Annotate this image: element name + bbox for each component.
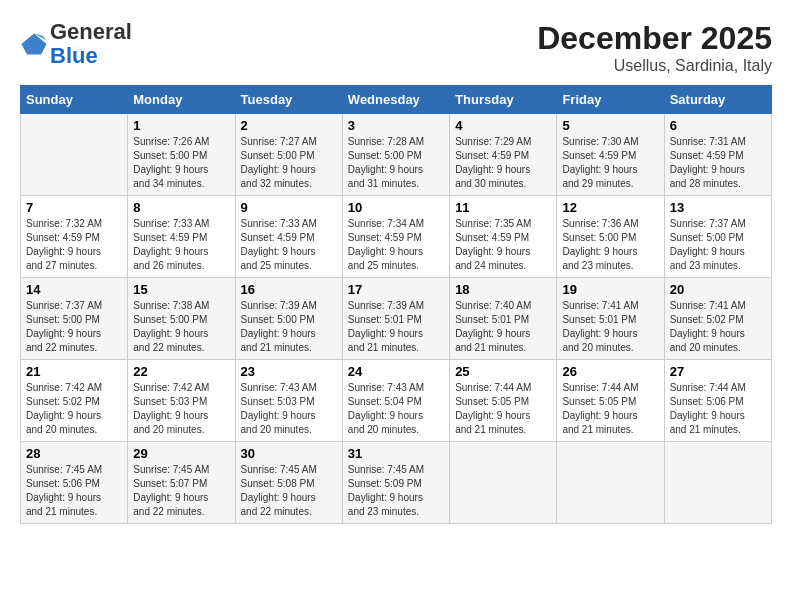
day-of-week-header: Monday — [128, 86, 235, 114]
day-number: 19 — [562, 282, 658, 297]
calendar-cell: 9Sunrise: 7:33 AMSunset: 4:59 PMDaylight… — [235, 196, 342, 278]
calendar-cell: 19Sunrise: 7:41 AMSunset: 5:01 PMDayligh… — [557, 278, 664, 360]
calendar-cell — [664, 442, 771, 524]
day-info: Sunrise: 7:42 AMSunset: 5:02 PMDaylight:… — [26, 381, 122, 437]
day-info: Sunrise: 7:45 AMSunset: 5:09 PMDaylight:… — [348, 463, 444, 519]
calendar-cell: 12Sunrise: 7:36 AMSunset: 5:00 PMDayligh… — [557, 196, 664, 278]
day-number: 14 — [26, 282, 122, 297]
day-number: 26 — [562, 364, 658, 379]
calendar-cell — [557, 442, 664, 524]
calendar-cell: 14Sunrise: 7:37 AMSunset: 5:00 PMDayligh… — [21, 278, 128, 360]
calendar-cell: 26Sunrise: 7:44 AMSunset: 5:05 PMDayligh… — [557, 360, 664, 442]
month-title: December 2025 — [537, 20, 772, 57]
calendar-cell: 7Sunrise: 7:32 AMSunset: 4:59 PMDaylight… — [21, 196, 128, 278]
day-info: Sunrise: 7:39 AMSunset: 5:00 PMDaylight:… — [241, 299, 337, 355]
calendar-cell: 10Sunrise: 7:34 AMSunset: 4:59 PMDayligh… — [342, 196, 449, 278]
day-info: Sunrise: 7:39 AMSunset: 5:01 PMDaylight:… — [348, 299, 444, 355]
location-title: Usellus, Sardinia, Italy — [537, 57, 772, 75]
day-number: 31 — [348, 446, 444, 461]
day-number: 13 — [670, 200, 766, 215]
calendar-cell: 8Sunrise: 7:33 AMSunset: 4:59 PMDaylight… — [128, 196, 235, 278]
day-info: Sunrise: 7:33 AMSunset: 4:59 PMDaylight:… — [241, 217, 337, 273]
calendar-week-row: 14Sunrise: 7:37 AMSunset: 5:00 PMDayligh… — [21, 278, 772, 360]
day-number: 3 — [348, 118, 444, 133]
day-info: Sunrise: 7:40 AMSunset: 5:01 PMDaylight:… — [455, 299, 551, 355]
calendar-cell: 27Sunrise: 7:44 AMSunset: 5:06 PMDayligh… — [664, 360, 771, 442]
day-number: 12 — [562, 200, 658, 215]
day-number: 15 — [133, 282, 229, 297]
day-of-week-header: Saturday — [664, 86, 771, 114]
day-number: 23 — [241, 364, 337, 379]
day-info: Sunrise: 7:35 AMSunset: 4:59 PMDaylight:… — [455, 217, 551, 273]
day-info: Sunrise: 7:41 AMSunset: 5:01 PMDaylight:… — [562, 299, 658, 355]
day-info: Sunrise: 7:45 AMSunset: 5:07 PMDaylight:… — [133, 463, 229, 519]
logo: General Blue — [20, 20, 132, 68]
day-info: Sunrise: 7:26 AMSunset: 5:00 PMDaylight:… — [133, 135, 229, 191]
day-number: 5 — [562, 118, 658, 133]
calendar-cell: 18Sunrise: 7:40 AMSunset: 5:01 PMDayligh… — [450, 278, 557, 360]
calendar-cell — [450, 442, 557, 524]
calendar-cell: 31Sunrise: 7:45 AMSunset: 5:09 PMDayligh… — [342, 442, 449, 524]
day-number: 21 — [26, 364, 122, 379]
calendar-cell: 24Sunrise: 7:43 AMSunset: 5:04 PMDayligh… — [342, 360, 449, 442]
day-number: 18 — [455, 282, 551, 297]
day-number: 25 — [455, 364, 551, 379]
day-info: Sunrise: 7:43 AMSunset: 5:03 PMDaylight:… — [241, 381, 337, 437]
calendar-cell: 23Sunrise: 7:43 AMSunset: 5:03 PMDayligh… — [235, 360, 342, 442]
title-block: December 2025 Usellus, Sardinia, Italy — [537, 20, 772, 75]
day-of-week-header: Friday — [557, 86, 664, 114]
day-number: 17 — [348, 282, 444, 297]
calendar-cell: 6Sunrise: 7:31 AMSunset: 4:59 PMDaylight… — [664, 114, 771, 196]
calendar-week-row: 21Sunrise: 7:42 AMSunset: 5:02 PMDayligh… — [21, 360, 772, 442]
calendar-week-row: 7Sunrise: 7:32 AMSunset: 4:59 PMDaylight… — [21, 196, 772, 278]
day-number: 29 — [133, 446, 229, 461]
day-info: Sunrise: 7:44 AMSunset: 5:06 PMDaylight:… — [670, 381, 766, 437]
logo-icon — [20, 30, 48, 58]
day-info: Sunrise: 7:28 AMSunset: 5:00 PMDaylight:… — [348, 135, 444, 191]
calendar-cell: 30Sunrise: 7:45 AMSunset: 5:08 PMDayligh… — [235, 442, 342, 524]
calendar-cell: 16Sunrise: 7:39 AMSunset: 5:00 PMDayligh… — [235, 278, 342, 360]
header: General Blue December 2025 Usellus, Sard… — [20, 20, 772, 75]
day-number: 10 — [348, 200, 444, 215]
logo-general-text: General — [50, 19, 132, 44]
calendar-body: 1Sunrise: 7:26 AMSunset: 5:00 PMDaylight… — [21, 114, 772, 524]
day-info: Sunrise: 7:29 AMSunset: 4:59 PMDaylight:… — [455, 135, 551, 191]
day-number: 27 — [670, 364, 766, 379]
calendar-cell: 29Sunrise: 7:45 AMSunset: 5:07 PMDayligh… — [128, 442, 235, 524]
calendar-cell: 28Sunrise: 7:45 AMSunset: 5:06 PMDayligh… — [21, 442, 128, 524]
calendar-week-row: 28Sunrise: 7:45 AMSunset: 5:06 PMDayligh… — [21, 442, 772, 524]
day-info: Sunrise: 7:43 AMSunset: 5:04 PMDaylight:… — [348, 381, 444, 437]
calendar-cell: 3Sunrise: 7:28 AMSunset: 5:00 PMDaylight… — [342, 114, 449, 196]
day-info: Sunrise: 7:38 AMSunset: 5:00 PMDaylight:… — [133, 299, 229, 355]
day-of-week-header: Thursday — [450, 86, 557, 114]
day-of-week-header: Wednesday — [342, 86, 449, 114]
day-info: Sunrise: 7:34 AMSunset: 4:59 PMDaylight:… — [348, 217, 444, 273]
calendar-cell — [21, 114, 128, 196]
calendar-table: SundayMondayTuesdayWednesdayThursdayFrid… — [20, 85, 772, 524]
calendar-cell: 2Sunrise: 7:27 AMSunset: 5:00 PMDaylight… — [235, 114, 342, 196]
calendar-cell: 11Sunrise: 7:35 AMSunset: 4:59 PMDayligh… — [450, 196, 557, 278]
calendar-cell: 1Sunrise: 7:26 AMSunset: 5:00 PMDaylight… — [128, 114, 235, 196]
day-info: Sunrise: 7:44 AMSunset: 5:05 PMDaylight:… — [562, 381, 658, 437]
calendar-cell: 20Sunrise: 7:41 AMSunset: 5:02 PMDayligh… — [664, 278, 771, 360]
calendar-cell: 22Sunrise: 7:42 AMSunset: 5:03 PMDayligh… — [128, 360, 235, 442]
day-number: 6 — [670, 118, 766, 133]
day-info: Sunrise: 7:36 AMSunset: 5:00 PMDaylight:… — [562, 217, 658, 273]
day-info: Sunrise: 7:45 AMSunset: 5:06 PMDaylight:… — [26, 463, 122, 519]
day-number: 4 — [455, 118, 551, 133]
day-number: 28 — [26, 446, 122, 461]
day-info: Sunrise: 7:30 AMSunset: 4:59 PMDaylight:… — [562, 135, 658, 191]
day-number: 11 — [455, 200, 551, 215]
day-info: Sunrise: 7:33 AMSunset: 4:59 PMDaylight:… — [133, 217, 229, 273]
calendar-cell: 5Sunrise: 7:30 AMSunset: 4:59 PMDaylight… — [557, 114, 664, 196]
calendar-cell: 25Sunrise: 7:44 AMSunset: 5:05 PMDayligh… — [450, 360, 557, 442]
day-info: Sunrise: 7:27 AMSunset: 5:00 PMDaylight:… — [241, 135, 337, 191]
day-number: 24 — [348, 364, 444, 379]
calendar-header-row: SundayMondayTuesdayWednesdayThursdayFrid… — [21, 86, 772, 114]
calendar-cell: 21Sunrise: 7:42 AMSunset: 5:02 PMDayligh… — [21, 360, 128, 442]
day-of-week-header: Tuesday — [235, 86, 342, 114]
day-info: Sunrise: 7:31 AMSunset: 4:59 PMDaylight:… — [670, 135, 766, 191]
day-number: 30 — [241, 446, 337, 461]
day-number: 22 — [133, 364, 229, 379]
day-info: Sunrise: 7:37 AMSunset: 5:00 PMDaylight:… — [26, 299, 122, 355]
